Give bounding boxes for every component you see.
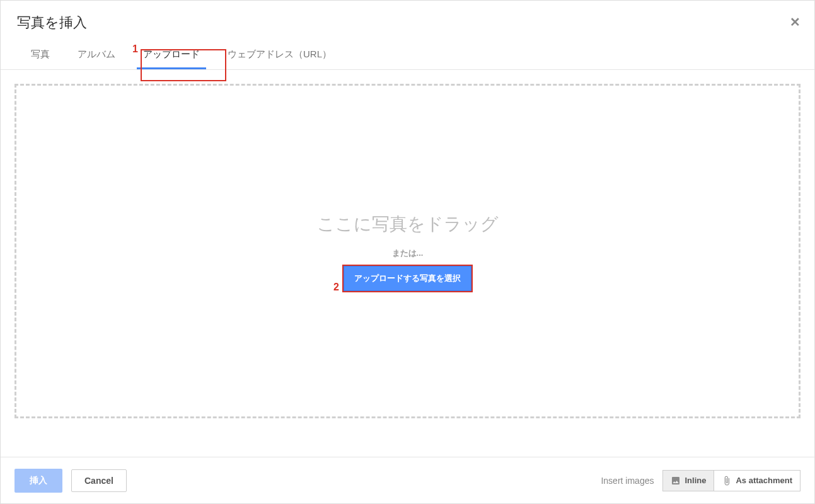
close-button[interactable]: ✕ — [790, 16, 801, 28]
upload-button-container: アップロードする写真を選択 — [344, 266, 471, 290]
annotation-1-label: 1 — [132, 43, 138, 55]
annotation-2-label: 2 — [333, 282, 339, 293]
tab-photos[interactable]: 写真 — [17, 40, 64, 69]
attachment-mode-label: As attachment — [736, 476, 792, 485]
dialog-header: 写真を挿入 ✕ — [1, 1, 814, 40]
tab-url[interactable]: ウェブアドレス（URL） — [214, 40, 345, 69]
inline-mode-button[interactable]: Inline — [662, 470, 714, 491]
attachment-mode-button[interactable]: As attachment — [714, 470, 801, 491]
inline-mode-label: Inline — [685, 476, 706, 485]
image-icon — [671, 476, 681, 486]
dialog-title: 写真を挿入 — [17, 13, 798, 32]
tab-upload[interactable]: アップロード — [129, 40, 214, 69]
tab-albums[interactable]: アルバム — [64, 40, 129, 69]
close-icon: ✕ — [790, 15, 801, 29]
attachment-icon — [722, 476, 732, 486]
tabs-bar: 写真 アルバム アップロード ウェブアドレス（URL） — [1, 40, 814, 70]
dialog-footer: 挿入 Cancel Insert images Inline As attach… — [1, 457, 814, 503]
upload-dropzone[interactable]: ここに写真をドラッグ または... アップロードする写真を選択 — [14, 84, 801, 418]
select-photos-button[interactable]: アップロードする写真を選択 — [344, 266, 471, 290]
insert-images-label: Insert images — [601, 476, 654, 486]
content-area: ここに写真をドラッグ または... アップロードする写真を選択 — [1, 70, 814, 432]
insert-button[interactable]: 挿入 — [14, 469, 62, 493]
footer-right-group: Insert images Inline As attachment — [601, 470, 801, 491]
drag-instruction-text: ここに写真をドラッグ — [317, 212, 499, 236]
cancel-button[interactable]: Cancel — [71, 469, 127, 492]
or-text: または... — [392, 248, 424, 259]
insert-mode-buttons: Inline As attachment — [662, 470, 801, 491]
